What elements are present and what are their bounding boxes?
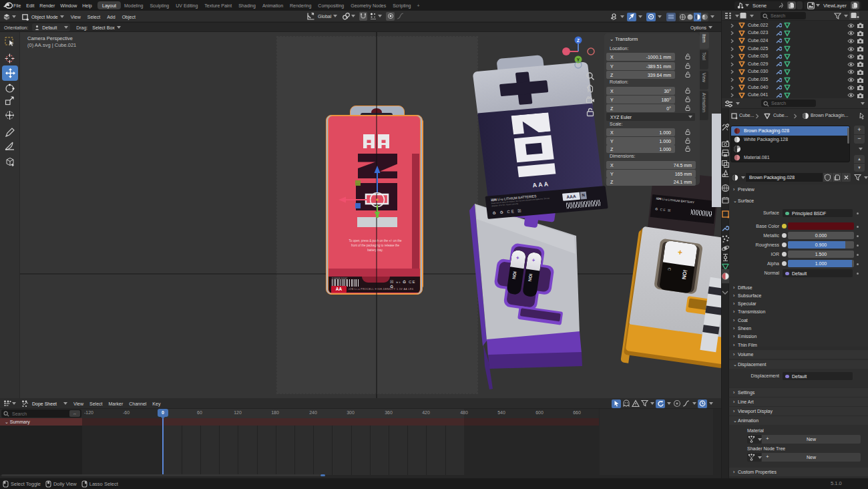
svg-text:Z: Z <box>577 38 580 43</box>
svg-text:Y: Y <box>577 57 580 62</box>
